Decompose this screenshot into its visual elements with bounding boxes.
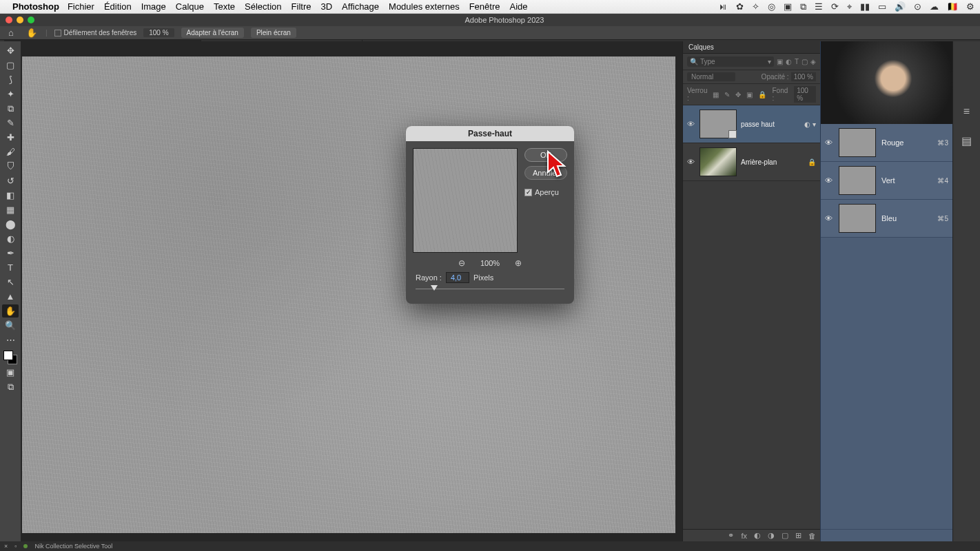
filter-type-icon[interactable]: T [795, 58, 799, 65]
fx-icon[interactable]: fx [741, 532, 747, 540]
lock-brush-icon[interactable]: ✎ [724, 91, 730, 98]
status-expand-icon[interactable]: ▫ [14, 543, 17, 550]
zoom-out-icon[interactable]: ⊖ [458, 258, 465, 268]
filter-adjust-icon[interactable]: ◐ [786, 58, 792, 65]
stamp-tool-icon[interactable]: ⛉ [2, 160, 19, 173]
document-canvas[interactable] [21, 41, 682, 541]
flag-icon[interactable]: 🇧🇪 [947, 1, 958, 12]
status-icon[interactable]: ⏯ [719, 1, 728, 12]
lock-artboard-icon[interactable]: ▣ [746, 91, 753, 98]
layers-panel-tab[interactable]: Calques [683, 41, 820, 54]
hand-tool-icon[interactable]: ✋ [25, 28, 39, 38]
visibility-icon[interactable]: 👁 [687, 158, 695, 166]
history-brush-icon[interactable]: ↺ [2, 174, 19, 187]
menu-affichage[interactable]: Affichage [342, 1, 379, 12]
layer-row[interactable]: 👁 Arrière-plan 🔒 [683, 143, 820, 181]
layer-row[interactable]: 👁 passe haut ◐ ▾ [683, 105, 820, 143]
move-tool-icon[interactable]: ✥ [2, 44, 19, 57]
scroll-windows-checkbox[interactable]: Défilement des fenêtres [54, 29, 137, 37]
brush-tool-icon[interactable]: 🖌 [2, 145, 19, 158]
status-icon[interactable]: ⌖ [847, 1, 852, 12]
cancel-button[interactable]: Annuler [524, 166, 567, 180]
dialog-preview[interactable] [413, 148, 518, 253]
status-icon[interactable]: ▭ [878, 1, 886, 12]
eyedropper-tool-icon[interactable]: ✎ [2, 116, 19, 129]
hand-tool-icon[interactable]: ✋ [2, 304, 19, 318]
menu-fenetre[interactable]: Fenêtre [469, 1, 500, 12]
status-icon[interactable]: 🔊 [895, 1, 906, 12]
menu-edition[interactable]: Édition [104, 1, 132, 12]
menu-3d[interactable]: 3D [320, 1, 332, 12]
crop-tool-icon[interactable]: ⧉ [2, 102, 19, 115]
window-minimize-button[interactable] [17, 17, 23, 23]
pen-tool-icon[interactable]: ✒ [2, 247, 19, 260]
layer-name[interactable]: passe haut [741, 121, 800, 128]
marquee-tool-icon[interactable]: ▢ [2, 59, 19, 72]
color-swatch[interactable] [3, 351, 17, 364]
status-icon[interactable]: ◎ [768, 1, 775, 12]
zoom-in-icon[interactable]: ⊕ [515, 258, 522, 268]
menu-calque[interactable]: Calque [176, 1, 204, 12]
screenmode-icon[interactable]: ⧉ [2, 380, 19, 393]
path-tool-icon[interactable]: ↖ [2, 276, 19, 289]
filter-smart-icon[interactable]: ◈ [810, 58, 816, 65]
type-tool-icon[interactable]: T [2, 261, 19, 274]
more-tools-icon[interactable]: ⋯ [2, 333, 19, 346]
status-icon[interactable]: ✧ [752, 1, 759, 12]
blur-tool-icon[interactable]: ⬤ [2, 218, 19, 231]
dodge-tool-icon[interactable]: ◐ [2, 232, 19, 245]
menu-image[interactable]: Image [141, 1, 166, 12]
preview-checkbox[interactable]: ✓ Aperçu [524, 188, 567, 196]
gradient-tool-icon[interactable]: ▦ [2, 203, 19, 216]
trash-icon[interactable]: 🗑 [808, 532, 816, 540]
status-icon[interactable]: ☰ [815, 1, 823, 12]
wand-tool-icon[interactable]: ✦ [2, 87, 19, 101]
zoom-level[interactable]: 100 % [143, 28, 174, 37]
mask-icon[interactable]: ◐ [754, 531, 761, 540]
adjustments-icon[interactable]: ≡ [959, 103, 975, 120]
channel-row[interactable]: 👁 Bleu ⌘5 [821, 200, 952, 238]
lock-all-icon[interactable]: 🔒 [758, 91, 766, 98]
status-icon[interactable]: ▣ [784, 1, 792, 12]
channel-row[interactable]: 👁 Vert ⌘4 [821, 162, 952, 200]
visibility-icon[interactable]: 👁 [825, 138, 833, 147]
status-icon[interactable]: ⧉ [800, 1, 806, 12]
window-maximize-button[interactable] [28, 17, 34, 23]
opacity-value[interactable]: 100 % [791, 72, 816, 81]
lasso-tool-icon[interactable]: ⟆ [2, 73, 19, 86]
adjustment-icon[interactable]: ◑ [768, 531, 775, 540]
status-icon[interactable]: ⟳ [831, 1, 839, 12]
fit-screen-button[interactable]: Adapter à l'écran [181, 28, 244, 38]
zoom-tool-icon[interactable]: 🔍 [2, 319, 19, 332]
lock-pixels-icon[interactable]: ▦ [713, 91, 719, 98]
menu-fichier[interactable]: Fichier [68, 1, 94, 12]
menu-texte[interactable]: Texte [214, 1, 235, 12]
visibility-icon[interactable]: 👁 [825, 214, 833, 222]
layer-name[interactable]: Arrière-plan [741, 158, 804, 166]
group-icon[interactable]: ▢ [782, 531, 788, 540]
filter-shape-icon[interactable]: ▢ [802, 58, 808, 65]
visibility-icon[interactable]: 👁 [687, 120, 695, 128]
window-close-button[interactable] [6, 17, 12, 23]
menu-modules[interactable]: Modules externes [389, 1, 460, 12]
lock-move-icon[interactable]: ✥ [735, 91, 741, 98]
menu-selection[interactable]: Sélection [245, 1, 281, 12]
fill-value[interactable]: 100 % [794, 86, 816, 103]
status-plugin[interactable]: Nik Collection Selective Tool [34, 543, 112, 550]
link-layers-icon[interactable]: ⚭ [728, 531, 734, 540]
radius-slider[interactable] [416, 284, 564, 294]
quickmask-icon[interactable]: ▣ [2, 366, 19, 379]
status-icon[interactable]: ▮▮ [860, 1, 870, 12]
fullscreen-button[interactable]: Plein écran [251, 28, 296, 38]
filter-badge-icon[interactable]: ◐ ▾ [804, 121, 816, 128]
status-icon[interactable]: ⊙ [914, 1, 921, 12]
heal-tool-icon[interactable]: ✚ [2, 131, 19, 144]
status-icon[interactable]: ✿ [736, 1, 744, 12]
shape-tool-icon[interactable]: ▲ [2, 290, 19, 303]
status-close-icon[interactable]: × [4, 543, 8, 550]
eraser-tool-icon[interactable]: ◧ [2, 189, 19, 202]
blend-mode-select[interactable]: Normal [687, 72, 735, 81]
properties-icon[interactable]: ▤ [959, 132, 975, 149]
radius-input[interactable]: 4,0 [446, 272, 469, 283]
status-icon[interactable]: ☁ [930, 1, 939, 12]
